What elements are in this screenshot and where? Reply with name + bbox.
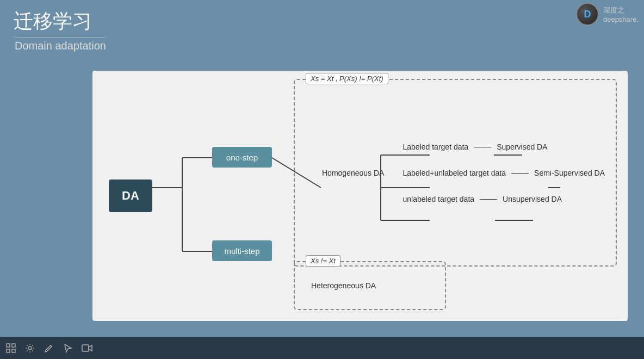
svg-rect-17: [82, 345, 89, 351]
title-section: 迁移学习 Domain adaptation: [0, 0, 120, 58]
da-box: DA: [109, 180, 152, 212]
svg-rect-14: [7, 349, 10, 352]
homogeneous-da-label: Homogeneous DA: [322, 169, 384, 177]
settings-icon[interactable]: [24, 343, 35, 354]
logo-area: D 深度之deepshare.: [576, 3, 639, 26]
one-step-box: one-step: [212, 147, 272, 168]
right-branch-items: Labeled target data —— Supervised DA Lab…: [403, 142, 605, 204]
multi-step-box: multi-step: [212, 240, 272, 261]
homogeneous-region: Xs = Xt , P(Xs) != P(Xt) Homogeneous DA …: [294, 79, 617, 267]
pen-icon[interactable]: [44, 343, 54, 354]
het-equation-tag: Xs != Xt: [306, 255, 340, 267]
labeled-unlabeled-text: Labeled+unlabeled target data: [403, 169, 506, 177]
heterogeneous-da-label: Heterogeneous DA: [311, 281, 376, 290]
supervised-da-text: Supervised DA: [497, 143, 547, 151]
unsupervised-da-text: Unsupervised DA: [503, 195, 562, 203]
unlabeled-row: unlabeled target data —— Unsupervised DA: [403, 194, 605, 204]
video-icon[interactable]: [82, 343, 92, 354]
svg-rect-12: [7, 344, 10, 347]
labeled-target-text: Labeled target data: [403, 143, 469, 151]
labeled-unlabeled-row: Labeled+unlabeled target data —— Semi-Su…: [403, 168, 605, 178]
slide-content: DA one-step multi-step Xs = Xt , P(Xs) !…: [92, 71, 628, 321]
subtitle: Domain adaptation: [14, 37, 106, 52]
svg-point-16: [28, 346, 32, 350]
svg-rect-13: [12, 344, 15, 347]
cursor-icon[interactable]: [63, 343, 73, 354]
equation-tag: Xs = Xt , P(Xs) != P(Xt): [306, 73, 388, 84]
grid-icon[interactable]: [5, 343, 16, 354]
main-title: 迁移学习: [14, 8, 106, 35]
semi-supervised-da-text: Semi-Supervised DA: [534, 169, 605, 177]
unlabeled-text: unlabeled target data: [403, 195, 475, 203]
logo-icon: D: [576, 3, 599, 26]
heterogeneous-region: Xs != Xt Heterogeneous DA: [294, 261, 446, 310]
logo-text: 深度之deepshare.: [603, 5, 639, 23]
labeled-target-row: Labeled target data —— Supervised DA: [403, 142, 605, 152]
bottom-toolbar: [0, 337, 644, 359]
svg-rect-15: [12, 349, 15, 352]
